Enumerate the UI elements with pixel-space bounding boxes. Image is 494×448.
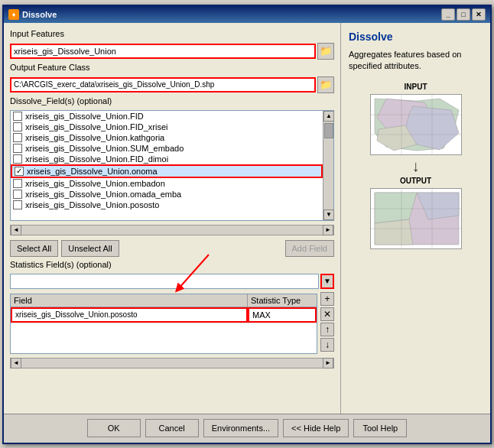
diagram-arrow: ↓ xyxy=(412,158,420,174)
window-body: Input Features 📁 Output Feature Class 📁 … xyxy=(4,23,490,414)
input-features-label: Input Features xyxy=(10,29,334,38)
field-label: xriseis_gis_Dissolve_Union.kathgoria xyxy=(25,133,164,142)
stats-dropdown-row: ▼ xyxy=(10,274,334,289)
statistics-table: Field Statistic Type xriseis_gis_Dissolv… xyxy=(10,294,317,354)
ok-button[interactable]: OK xyxy=(87,419,141,437)
field-label: xriseis_gis_Dissolve_Union.omada_emba xyxy=(25,190,181,199)
field-label: xriseis_gis_Dissolve_Union.FID_dimoi xyxy=(25,154,168,164)
stats-table-row[interactable]: xriseis_gis_Dissolve_Union.posostoMAX xyxy=(11,307,317,323)
stats-table-area: Field Statistic Type xriseis_gis_Dissolv… xyxy=(10,292,334,354)
stats-field-cell: xriseis_gis_Dissolve_Union.pososto xyxy=(11,307,248,323)
stats-hscroll-left-button[interactable]: ◄ xyxy=(11,358,21,368)
output-diagram xyxy=(370,188,462,249)
tool-help-button[interactable]: Tool Help xyxy=(353,419,407,437)
input-diagram-label: INPUT xyxy=(405,83,427,91)
statistics-fields-label: Statistics Field(s) (optional) xyxy=(10,260,334,269)
input-diagram xyxy=(370,94,462,155)
stats-up-button[interactable]: ↑ xyxy=(320,323,334,336)
list-item[interactable]: xriseis_gis_Dissolve_Union.embadon xyxy=(11,178,323,189)
statistics-dropdown-button[interactable]: ▼ xyxy=(320,274,334,289)
list-item[interactable]: xriseis_gis_Dissolve_Union.SUM_embado xyxy=(11,143,323,154)
stats-table-body: xriseis_gis_Dissolve_Union.posostoMAX xyxy=(11,307,317,353)
folder-icon: 📁 xyxy=(320,45,332,57)
list-item[interactable]: ✓xriseis_gis_Dissolve_Union.onoma xyxy=(11,164,323,178)
fields-buttons-row: Select All Unselect All Add Field xyxy=(10,240,334,257)
scroll-thumb xyxy=(324,123,333,138)
dissolve-fields-list-inner: xriseis_gis_Dissolve_Union.FIDxriseis_gi… xyxy=(11,111,323,220)
stats-type-cell: MAX xyxy=(248,307,317,323)
list-item[interactable]: xriseis_gis_Dissolve_Union.kathgoria xyxy=(11,132,323,143)
list-item[interactable]: xriseis_gis_Dissolve_Union.omada_emba xyxy=(11,189,323,200)
output-feature-class-label: Output Feature Class xyxy=(10,63,334,72)
stats-hscroll-right-button[interactable]: ► xyxy=(323,358,333,368)
statistics-dropdown[interactable] xyxy=(10,274,319,289)
right-panel-title: Dissolve xyxy=(349,31,393,43)
input-features-row: 📁 xyxy=(10,43,334,60)
list-item[interactable]: xriseis_gis_Dissolve_Union.FID xyxy=(11,111,323,122)
output-diagram-svg xyxy=(371,189,462,248)
stats-side-buttons: + ✕ ↑ ↓ xyxy=(320,292,334,352)
cancel-button[interactable]: Cancel xyxy=(145,419,199,437)
stats-col-field-header: Field xyxy=(11,294,248,307)
stats-down-button[interactable]: ↓ xyxy=(320,338,334,352)
field-checkbox[interactable] xyxy=(13,133,22,142)
field-checkbox[interactable] xyxy=(13,190,22,199)
output-feature-class-field[interactable] xyxy=(10,77,316,93)
folder-icon-2: 📁 xyxy=(320,79,332,90)
scroll-down-button[interactable]: ▼ xyxy=(323,209,334,220)
add-field-button[interactable]: Add Field xyxy=(285,240,334,257)
field-label: xriseis_gis_Dissolve_Union.pososto xyxy=(25,200,159,209)
environments-button[interactable]: Environments... xyxy=(203,419,278,437)
field-label: xriseis_gis_Dissolve_Union.embadon xyxy=(25,179,165,188)
field-checkbox[interactable] xyxy=(13,179,22,188)
hscroll-track xyxy=(21,226,323,235)
field-checkbox[interactable] xyxy=(13,144,22,153)
scroll-up-button[interactable]: ▲ xyxy=(323,111,334,122)
stats-hscroll-track xyxy=(21,359,323,368)
field-checkbox[interactable] xyxy=(13,200,22,209)
stats-table-header: Field Statistic Type xyxy=(11,294,317,307)
diagram-area: INPUT ↓ xyxy=(349,83,483,249)
title-bar: ♦ Dissolve _ □ ✕ xyxy=(4,6,490,23)
list-item[interactable]: xriseis_gis_Dissolve_Union.FID_xrisei xyxy=(11,122,323,132)
stats-delete-button[interactable]: ✕ xyxy=(320,307,334,321)
field-checkbox[interactable]: ✓ xyxy=(15,167,24,176)
stats-area-wrapper: ▼ xyxy=(10,274,334,289)
list-item[interactable]: xriseis_gis_Dissolve_Union.pososto xyxy=(11,200,323,210)
unselect-all-button[interactable]: Unselect All xyxy=(61,240,119,257)
title-bar-left: ♦ Dissolve xyxy=(8,9,57,20)
field-checkbox[interactable] xyxy=(13,112,22,121)
fields-horizontal-scrollbar: ◄ ► xyxy=(10,225,334,235)
field-label: xriseis_gis_Dissolve_Union.FID_xrisei xyxy=(25,122,167,131)
maximize-button[interactable]: □ xyxy=(457,8,470,21)
minimize-button[interactable]: _ xyxy=(441,8,455,21)
hscroll-left-button[interactable]: ◄ xyxy=(11,225,21,235)
stats-horizontal-scrollbar: ◄ ► xyxy=(10,358,334,368)
input-features-browse-button[interactable]: 📁 xyxy=(317,43,334,60)
field-label: xriseis_gis_Dissolve_Union.onoma xyxy=(27,167,158,176)
output-feature-class-browse-button[interactable]: 📁 xyxy=(317,76,334,93)
left-panel: Input Features 📁 Output Feature Class 📁 … xyxy=(4,23,341,414)
stats-add-button[interactable]: + xyxy=(320,292,334,306)
list-item[interactable]: xriseis_gis_Dissolve_Union.FID_dimoi xyxy=(11,154,323,164)
window-icon: ♦ xyxy=(8,9,19,20)
input-diagram-svg xyxy=(371,95,462,154)
window-title: Dissolve xyxy=(22,10,57,19)
right-panel: Dissolve Aggregates features based on sp… xyxy=(341,23,490,414)
title-controls: _ □ ✕ xyxy=(441,8,486,21)
field-label: xriseis_gis_Dissolve_Union.SUM_embado xyxy=(25,144,184,153)
input-features-field[interactable] xyxy=(10,44,316,59)
hscroll-right-button[interactable]: ► xyxy=(323,225,333,235)
select-all-button[interactable]: Select All xyxy=(10,240,58,257)
output-diagram-label: OUTPUT xyxy=(400,177,431,185)
field-label: xriseis_gis_Dissolve_Union.FID xyxy=(25,112,144,121)
dissolve-fields-label: Dissolve_Field(s) (optional) xyxy=(10,96,334,106)
dissolve-window: ♦ Dissolve _ □ ✕ Input Features 📁 Output… xyxy=(2,5,492,444)
right-panel-description: Aggregates features based on specified a… xyxy=(349,49,483,73)
field-checkbox[interactable] xyxy=(13,154,22,164)
stats-col-type-header: Statistic Type xyxy=(248,294,317,307)
hide-help-button[interactable]: << Hide Help xyxy=(283,419,349,437)
close-button[interactable]: ✕ xyxy=(472,8,486,21)
scroll-track xyxy=(323,122,333,209)
field-checkbox[interactable] xyxy=(13,122,22,131)
